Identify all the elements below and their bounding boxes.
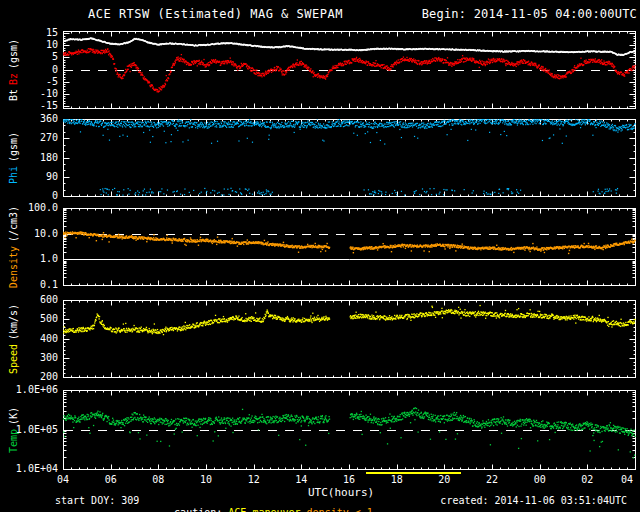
ytick-label-temp: 1.0E+04: [2, 463, 58, 475]
y-axis-label-density: Density(/cm3): [8, 204, 19, 290]
caution-note: caution: ACE maneuver density < 1: [150, 495, 373, 512]
xtick-label: 18: [384, 474, 410, 486]
y-axis-label-part: Bz: [8, 73, 19, 85]
y-axis-label-speed: Speed(km/s): [8, 302, 19, 376]
xtick-label: 16: [336, 474, 362, 486]
xtick-label: 22: [479, 474, 505, 486]
caution-label: caution:: [174, 507, 222, 512]
xtick-label: 02: [574, 474, 600, 486]
xtick-label: 06: [98, 474, 124, 486]
y-axis-label-part: Speed: [8, 344, 19, 374]
y-axis-label-phi: Phi(gsm): [8, 130, 19, 186]
xtick-label: 14: [288, 474, 314, 486]
xtick-label: 00: [527, 474, 553, 486]
created-timestamp: created: 2014-11-06 03:51:04UTC: [440, 495, 627, 507]
xtick-label: 20: [431, 474, 457, 486]
caution-density-text: density < 1: [307, 507, 373, 512]
ytick-label-phi: 360: [2, 113, 58, 125]
caution-maneuver-text: ACE maneuver: [228, 507, 300, 512]
y-axis-label-part: Temp: [8, 429, 19, 453]
ace-maneuver-period-bar: [366, 472, 461, 474]
panel-density-canvas: [63, 208, 636, 286]
y-axis-label-part: Phi: [8, 166, 19, 184]
y-axis-label-part: (K): [8, 407, 19, 425]
start-doy-label: start DOY: 309: [55, 495, 139, 507]
y-axis-label-part: (km/s): [8, 304, 19, 340]
y-axis-label-part: Bt: [8, 89, 19, 101]
y-axis-label-part: Density: [8, 246, 19, 288]
y-axis-label-part: (gsm): [8, 39, 19, 69]
panel-speed-canvas: [63, 300, 636, 378]
ytick-label-temp: 1.0E+06: [2, 384, 58, 396]
ace-rtsw-plot: ACE RTSW (Estimated) MAG & SWEPAM Begin:…: [0, 0, 640, 512]
panel-temp-canvas: [63, 390, 636, 470]
xtick-label: 12: [241, 474, 267, 486]
xtick-label: 04: [614, 474, 640, 486]
y-axis-label-temp: Temp(K): [8, 405, 19, 455]
panel-bt-bz-canvas: [63, 31, 636, 109]
xtick-label: 10: [193, 474, 219, 486]
y-axis-label-bt-bz: BtBz(gsm): [8, 37, 19, 103]
xtick-label: 04: [50, 474, 76, 486]
y-axis-label-part: (/cm3): [8, 206, 19, 242]
panel-phi-canvas: [63, 119, 636, 197]
ytick-label-phi: 0: [2, 190, 58, 202]
y-axis-label-part: (gsm): [8, 132, 19, 162]
begin-timestamp: Begin: 2014-11-05 04:00:00UTC: [422, 7, 637, 21]
plot-title: ACE RTSW (Estimated) MAG & SWEPAM: [88, 7, 343, 21]
xtick-label: 08: [145, 474, 171, 486]
